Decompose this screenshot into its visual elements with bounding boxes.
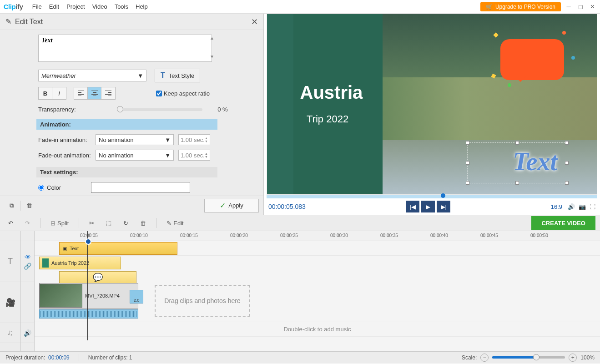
fade-in-select[interactable]: No animation▼ [96, 134, 174, 145]
redo-button[interactable]: ↷ [21, 217, 34, 229]
scale-label: Scale: [462, 354, 477, 361]
undo-button[interactable]: ↶ [5, 217, 17, 229]
zoom-out-button[interactable]: − [480, 354, 489, 362]
preview-title: Austria [300, 82, 363, 103]
keep-aspect-checkbox[interactable]: Keep aspect ratio [156, 90, 210, 97]
crop-button[interactable]: ⬚ [102, 217, 115, 229]
upgrade-button[interactable]: 🛒 Upgrade to PRO Version [480, 2, 561, 11]
selection-handles[interactable] [467, 142, 567, 183]
panel-close-button[interactable]: ✕ [251, 17, 258, 27]
drop-zone[interactable]: Drag clips and photos here [155, 285, 250, 317]
next-frame-button[interactable]: ▶| [437, 201, 450, 212]
text-settings-header: Text settings: [36, 167, 217, 177]
edit-clip-button[interactable]: ✎Edit [163, 217, 187, 229]
fade-in-label: Fade-in animation: [38, 136, 91, 143]
maximize-button[interactable]: ◻ [576, 3, 585, 11]
fullscreen-icon[interactable]: ⛶ [590, 203, 595, 210]
apply-button[interactable]: ✓ Apply [204, 199, 259, 212]
timeline-ruler[interactable]: 00:00:05 00:00:10 00:00:15 00:00:20 00:0… [35, 231, 600, 241]
align-center-button[interactable] [88, 87, 101, 99]
text-style-icon: T [161, 71, 165, 80]
bold-button[interactable]: B [39, 87, 52, 99]
align-center-icon [91, 91, 98, 96]
duplicate-button[interactable]: ⧉ [5, 199, 18, 212]
text-track-icon: T [0, 241, 20, 282]
video-clip[interactable]: MVI_7208.MP4 2.0 [39, 283, 138, 308]
austria-text-clip[interactable]: Austria Trip 2022 [39, 257, 121, 269]
text-clip-selected[interactable]: ▣ Text [59, 242, 177, 255]
align-right-icon [105, 91, 111, 96]
visibility-toggle[interactable]: 👁 [25, 253, 31, 261]
color-swatch[interactable] [91, 182, 190, 193]
fade-out-select[interactable]: No animation▼ [96, 150, 174, 161]
menu-video[interactable]: Video [92, 3, 107, 10]
playhead[interactable] [87, 231, 88, 340]
transparency-slider[interactable] [117, 108, 202, 111]
video-thumbnail [40, 284, 82, 308]
fade-in-duration[interactable]: 1.00 sec. ▲▼ [178, 134, 210, 145]
volume-icon[interactable]: 🔊 [568, 203, 575, 210]
font-select[interactable]: Merriweather ▼ [38, 70, 146, 81]
text-content-input[interactable] [38, 35, 212, 62]
zoom-slider[interactable] [492, 356, 565, 359]
zoom-in-button[interactable]: + [569, 354, 577, 362]
animation-section-header: Animation: [36, 119, 217, 130]
color-radio[interactable] [38, 185, 44, 191]
align-left-icon [78, 91, 84, 96]
chevron-down-icon: ▼ [137, 72, 143, 79]
link-toggle[interactable]: 🔗 [24, 263, 31, 270]
scroll-down-icon[interactable]: ▼ [210, 54, 214, 59]
chevron-down-icon: ▼ [165, 152, 171, 159]
preview-seek-bar[interactable] [267, 195, 597, 198]
text-icon: ▣ [62, 246, 67, 252]
menu-help[interactable]: Help [136, 3, 148, 10]
delete-button[interactable]: 🗑 [22, 199, 36, 212]
edit-text-panel: ✎ Edit Text ✕ ▲▼ Merriweather ▼ T Text S… [0, 14, 264, 215]
transparency-label: Transparency: [38, 106, 76, 113]
aspect-ratio[interactable]: 16:9 [551, 203, 562, 210]
trash-button[interactable]: 🗑 [136, 217, 150, 229]
video-track[interactable]: MVI_7208.MP4 2.0 Drag clips and photos h… [35, 281, 600, 322]
minimize-button[interactable]: ─ [565, 3, 573, 11]
app-logo: Clipify [4, 3, 23, 10]
text-style-button[interactable]: T Text Style [155, 69, 200, 82]
menu-bar: File Edit Project Video Tools Help [32, 3, 148, 10]
transparency-value: 0 % [214, 106, 228, 113]
menu-file[interactable]: File [32, 3, 42, 10]
cart-icon: 🛒 [486, 4, 493, 10]
edit-icon: ✎ [5, 17, 11, 26]
align-right-button[interactable] [101, 87, 115, 99]
menu-project[interactable]: Project [66, 3, 85, 10]
panel-title: Edit Text [15, 18, 43, 26]
audio-toggle[interactable]: 🔊 [24, 329, 31, 337]
menu-edit[interactable]: Edit [49, 3, 59, 10]
menu-tools[interactable]: Tools [115, 3, 128, 10]
music-track[interactable]: Double-click to add music [35, 322, 600, 337]
cut-button[interactable]: ✂ [86, 217, 98, 229]
create-video-button[interactable]: CREATE VIDEO [531, 216, 595, 230]
transition-clip[interactable]: 2.0 [130, 290, 143, 303]
preview-canvas[interactable]: Austria Trip 2022 Text [267, 14, 597, 195]
split-button[interactable]: ⊟Split [47, 217, 72, 229]
confetti-decoration [489, 29, 580, 88]
timecode: 00:00:05.083 [268, 203, 306, 210]
snapshot-icon[interactable]: 📷 [579, 203, 586, 210]
close-button[interactable]: ✕ [588, 3, 596, 11]
preview-subtitle: Trip 2022 [307, 113, 348, 125]
check-icon: ✓ [220, 201, 226, 210]
zoom-value: 100% [580, 354, 595, 361]
play-button[interactable]: ▶ [421, 201, 435, 212]
chevron-down-icon: ▼ [165, 136, 171, 143]
italic-button[interactable]: I [52, 87, 66, 99]
fade-out-label: Fade-out animation: [38, 152, 91, 159]
music-track-icon: ♫ [0, 323, 20, 343]
fade-out-duration[interactable]: 1.00 sec. ▲▼ [178, 150, 210, 161]
video-track-icon: 🎥 [0, 282, 20, 323]
scroll-up-icon[interactable]: ▲ [210, 35, 214, 40]
rotate-button[interactable]: ↻ [120, 217, 132, 229]
align-left-button[interactable] [74, 87, 88, 99]
audio-waveform[interactable] [39, 309, 138, 318]
prev-frame-button[interactable]: |◀ [406, 201, 419, 212]
